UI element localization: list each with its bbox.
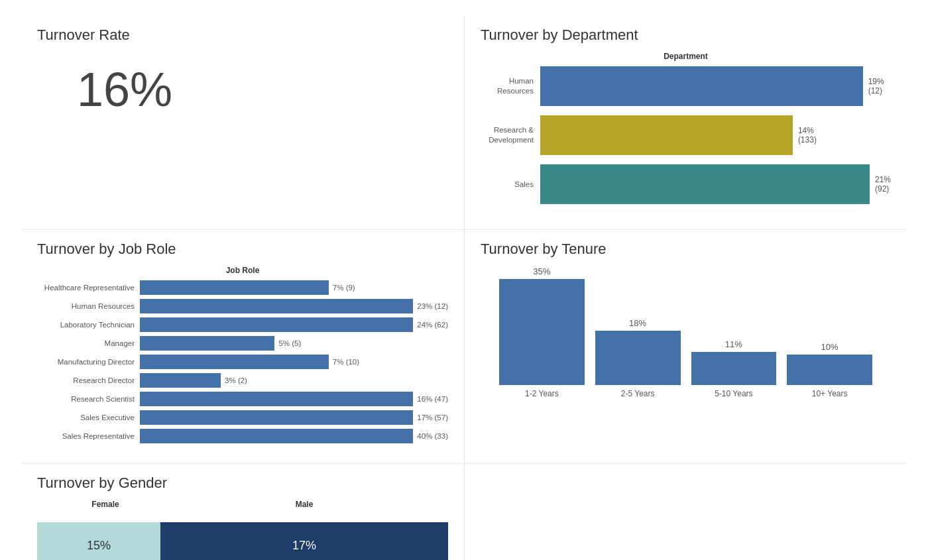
tenure-panel: Turnover by Tenure 35% 1-2 Years 18% 2-5… [464, 229, 907, 463]
dept-bar-sales [540, 164, 870, 204]
tenure-col-0: 35% 1-2 Years [499, 266, 585, 398]
jobrole-label-8: Sales Representative [37, 432, 140, 440]
jobrole-value-6: 16% (47) [417, 395, 448, 403]
dept-row-sales: Sales 21%(92) [481, 164, 891, 204]
jobrole-row-2: Laboratory Technician 24% (62) [37, 317, 448, 332]
jobrole-row-8: Sales Representative 40% (33) [37, 429, 448, 443]
jobrole-value-1: 23% (12) [417, 302, 448, 310]
jobrole-value-2: 24% (62) [417, 321, 448, 329]
jobrole-track-3: 5% (5) [140, 336, 448, 351]
dept-value-rd: 14%(133) [798, 126, 817, 144]
jobrole-value-3: 5% (5) [278, 339, 301, 347]
tenure-pct-3: 10% [821, 342, 839, 352]
jobrole-value-0: 7% (9) [333, 284, 355, 292]
jobrole-track-4: 7% (10) [140, 355, 448, 369]
jobrole-value-5: 3% (2) [225, 376, 247, 384]
gender-label-male: Male [160, 500, 448, 509]
jobrole-bar-0 [140, 280, 329, 295]
tenure-pct-0: 35% [533, 266, 550, 276]
tenure-chart: 35% 1-2 Years 18% 2-5 Years 11% 5-10 Yea… [481, 266, 891, 398]
turnover-rate-title: Turnover Rate [37, 27, 130, 44]
jobrole-label-5: Research Director [37, 376, 140, 384]
gender-title: Turnover by Gender [37, 475, 448, 492]
bottom-right-empty [464, 463, 907, 560]
jobrole-label-1: Human Resources [37, 302, 140, 310]
dept-label-sales: Sales [481, 180, 540, 190]
tenure-bar-0 [499, 279, 585, 385]
gender-female-value: 15% [87, 539, 111, 553]
department-title: Turnover by Department [481, 27, 891, 44]
jobrole-track-5: 3% (2) [140, 373, 448, 388]
turnover-rate-panel: Turnover Rate 16% [21, 16, 464, 229]
jobrole-track-7: 17% (57) [140, 410, 448, 425]
jobrole-bar-3 [140, 336, 274, 351]
dept-row-rd: Research &Development 14%(133) [481, 115, 891, 155]
tenure-title: Turnover by Tenure [481, 241, 891, 258]
jobrole-label-3: Manager [37, 339, 140, 347]
jobrole-row-1: Human Resources 23% (12) [37, 299, 448, 313]
jobrole-track-8: 40% (33) [140, 429, 448, 443]
jobrole-bar-4 [140, 355, 329, 369]
department-panel: Turnover by Department Department HumanR… [464, 16, 907, 229]
gender-labels: Female Male [37, 500, 448, 509]
dept-row-hr: HumanResources 19%(12) [481, 66, 891, 106]
jobrole-track-1: 23% (12) [140, 299, 448, 313]
dept-bar-rd [540, 115, 793, 155]
jobrole-bar-8 [140, 429, 413, 443]
jobrole-bar-5 [140, 373, 221, 388]
dept-value-hr: 19%(12) [868, 77, 884, 95]
gender-male-value: 17% [292, 539, 316, 553]
department-axis-label: Department [481, 52, 891, 61]
jobrole-track-6: 16% (47) [140, 392, 448, 406]
gender-label-female: Female [37, 500, 160, 509]
tenure-label-1: 2-5 Years [621, 389, 655, 398]
jobrole-label-0: Healthcare Representative [37, 284, 140, 292]
turnover-rate-value: 16% [77, 62, 172, 117]
jobrole-chart: Job Role Healthcare Representative 7% (9… [37, 266, 448, 443]
gender-panel: Turnover by Gender Female Male 15% 17% [21, 463, 464, 560]
dept-label-hr: HumanResources [481, 76, 540, 96]
department-chart: Department HumanResources 19%(12) Resear… [481, 52, 891, 204]
tenure-label-2: 5-10 Years [715, 389, 752, 398]
jobrole-label-4: Manufacturing Director [37, 358, 140, 366]
jobrole-row-6: Research Scientist 16% (47) [37, 392, 448, 406]
gender-chart: Female Male 15% 17% [37, 500, 448, 560]
jobrole-value-8: 40% (33) [417, 432, 448, 440]
tenure-pct-1: 18% [629, 318, 646, 328]
jobrole-label-6: Research Scientist [37, 395, 140, 403]
tenure-bar-2 [691, 352, 777, 385]
dashboard: Turnover Rate 16% Turnover by Department… [21, 16, 907, 560]
tenure-label-3: 10+ Years [812, 389, 848, 398]
tenure-label-0: 1-2 Years [525, 389, 559, 398]
tenure-bar-3 [787, 355, 872, 385]
gender-female-bar: 15% [37, 522, 160, 560]
gender-male-bar: 17% [160, 522, 448, 560]
jobrole-row-3: Manager 5% (5) [37, 336, 448, 351]
jobrole-track-2: 24% (62) [140, 317, 448, 332]
jobrole-bar-1 [140, 299, 413, 313]
dept-value-sales: 21%(92) [875, 175, 891, 194]
jobrole-axis-label: Job Role [37, 266, 448, 275]
tenure-pct-2: 11% [725, 339, 742, 349]
jobrole-bar-2 [140, 317, 413, 332]
jobrole-row-7: Sales Executive 17% (57) [37, 410, 448, 425]
jobrole-value-4: 7% (10) [333, 358, 359, 366]
tenure-bar-1 [595, 331, 681, 385]
jobrole-label-2: Laboratory Technician [37, 321, 140, 329]
jobrole-value-7: 17% (57) [417, 414, 448, 421]
jobrole-track-0: 7% (9) [140, 280, 448, 295]
dept-label-rd: Research &Development [481, 125, 540, 145]
jobrole-row-5: Research Director 3% (2) [37, 373, 448, 388]
tenure-col-3: 10% 10+ Years [787, 342, 872, 398]
jobrole-label-7: Sales Executive [37, 414, 140, 421]
tenure-col-2: 11% 5-10 Years [691, 339, 777, 398]
dept-bar-hr [540, 66, 863, 106]
jobrole-panel: Turnover by Job Role Job Role Healthcare… [21, 229, 464, 463]
jobrole-title: Turnover by Job Role [37, 241, 448, 258]
jobrole-bar-6 [140, 392, 413, 406]
jobrole-bar-7 [140, 410, 413, 425]
jobrole-row-4: Manufacturing Director 7% (10) [37, 355, 448, 369]
tenure-col-1: 18% 2-5 Years [595, 318, 681, 398]
jobrole-row-0: Healthcare Representative 7% (9) [37, 280, 448, 295]
gender-bar: 15% 17% [37, 522, 448, 560]
